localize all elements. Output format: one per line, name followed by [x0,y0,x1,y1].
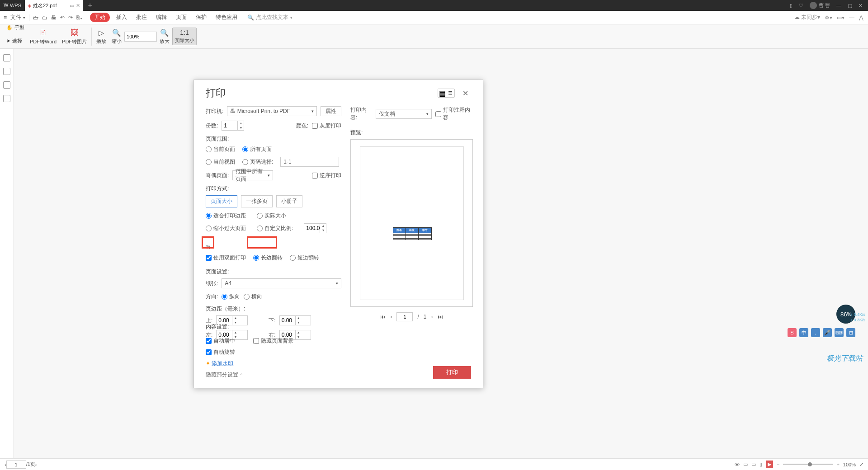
window-maximize-icon[interactable]: ▢ [848,3,852,9]
menu-page[interactable]: 页面 [173,14,189,21]
document-tab[interactable]: ◈ 姓名22.pdf ▭ ✕ [25,0,83,11]
expand-icon[interactable]: ⋀ [859,14,863,21]
menu-features[interactable]: 特色应用 [213,14,240,21]
ime-toolbar[interactable]: S 中 ， 🎤 ⌨ ⊞ [788,328,855,337]
print-content-select[interactable]: 仅文档▾ [376,109,432,119]
redo-icon[interactable]: ↷ [68,14,73,21]
hide-settings-link[interactable]: 隐藏部分设置 ⌃ [206,371,293,379]
radio-page-select[interactable]: 页码选择: [242,157,273,167]
hide-background-checkbox[interactable]: 隐藏页面背景 [253,337,293,345]
user-avatar-icon[interactable]: 曹 曹 [810,2,830,9]
auto-center-checkbox[interactable]: 自动居中 [206,337,235,345]
menu-annotate[interactable]: 批注 [133,14,150,21]
radio-custom-ratio[interactable]: 自定义比例: [257,223,293,233]
zoom-in-status-icon[interactable]: + [836,462,839,467]
print-icon[interactable]: 🖶 [51,14,57,21]
gear-icon[interactable]: ⚙▾ [825,14,832,21]
ime-mic-icon[interactable]: 🎤 [823,328,832,337]
radio-actual-size[interactable]: 实际大小 [257,212,286,220]
skin-icon[interactable]: ▭▾ [837,14,844,21]
attachment-panel-icon[interactable] [3,81,10,89]
window-minimize-icon[interactable]: — [836,3,841,8]
printer-select[interactable]: 🖶 Microsoft Print to PDF ▾ [227,106,317,116]
undo-icon[interactable]: ↶ [60,14,65,21]
open-icon[interactable]: 🗁 [33,14,38,21]
menu-icon[interactable]: ≡ [4,14,7,21]
tab-dropdown-icon[interactable]: ▭ [70,3,74,9]
radio-landscape[interactable]: 横向 [244,293,262,301]
signature-panel-icon[interactable] [3,95,10,102]
copies-input[interactable]: ▲▼ [222,121,244,131]
zoom-out-button[interactable]: 🔍缩小 [109,28,124,45]
radio-portrait[interactable]: 纵向 [222,293,240,301]
bookmark-panel-icon[interactable] [3,68,10,75]
menu-edit[interactable]: 编辑 [153,14,170,21]
sync-status[interactable]: ☁ 未同步▾ [794,14,820,21]
status-expand-icon[interactable]: ⤢ [859,461,863,467]
print-annotations-checkbox[interactable]: 打印注释内容 [435,106,473,122]
select-tool[interactable]: ➤选择 [6,38,24,44]
radio-long-edge[interactable]: 长边翻转 [253,254,283,262]
nav-first-icon[interactable]: ⏮ [380,314,386,320]
zoom-value-input[interactable] [124,32,157,42]
search-box[interactable]: 🔍 点此查找文本▾ [244,14,296,21]
tab-multi-page[interactable]: 一张多页 [241,195,273,207]
radio-fit-margin[interactable]: 适合打印边距 [206,212,246,220]
play-button[interactable]: ▷播放 [94,28,109,45]
page-select-input[interactable] [280,157,339,167]
radio-current-page[interactable]: 当前页面 [206,146,235,153]
save-icon[interactable]: 🗀 [42,14,47,21]
zoom-slider[interactable] [783,464,833,465]
ratio-input[interactable]: ▲▼ [304,223,326,233]
zoom-in-button[interactable]: 🔍放大 [157,28,172,45]
fullscreen-icon[interactable]: ▶ [766,461,773,468]
radio-all-pages[interactable]: 所有页面 [242,146,272,153]
radio-shrink-large[interactable]: 缩小过大页面 [206,223,246,233]
thumbnail-panel-icon[interactable] [3,54,10,61]
layout3-icon[interactable]: ▯ [760,461,762,467]
oddeven-select[interactable]: 范围中所有页面▾ [232,170,273,180]
layout1-icon[interactable]: ▭ [743,461,748,467]
heart-icon[interactable]: ♡ [799,3,803,9]
export-icon[interactable]: ⎘▾ [76,14,83,21]
ime-punct-button[interactable]: ， [811,328,820,337]
pdf-to-image[interactable]: 🖼PDF转图片 [59,28,90,45]
layout2-icon[interactable]: ▭ [751,461,756,467]
add-watermark-link[interactable]: ✦ 添加水印 [206,360,293,367]
window-close-icon[interactable]: ✕ [859,3,863,9]
dialog-close-button[interactable]: ✕ [459,87,471,99]
menu-insert[interactable]: 插入 [113,14,130,21]
reverse-print-checkbox[interactable]: 逆序打印 [312,172,341,179]
start-tab[interactable]: 开始 [90,13,110,22]
collapse-icon[interactable]: — [849,14,854,21]
actual-size-button[interactable]: 1:1实际大小 [172,28,197,45]
radio-short-edge[interactable]: 短边翻转 [290,254,319,262]
tab-booklet[interactable]: 小册子 [276,195,302,207]
print-button[interactable]: 打印 [433,366,471,379]
hand-tool[interactable]: ✋手型 [6,24,24,31]
paper-select[interactable]: A4▾ [222,278,341,288]
printer-properties-button[interactable]: 属性 [321,106,341,116]
duplex-checkbox[interactable]: 使用双面打印 [206,254,246,262]
preview-page-input[interactable] [396,312,413,321]
nav-prev-icon[interactable]: ‹ [390,314,392,320]
ime-keyboard-icon[interactable]: ⌨ [835,328,844,337]
nav-next-icon[interactable]: › [431,314,433,320]
reading-mode-icon[interactable]: 👁 [735,462,740,467]
new-tab-button[interactable]: + [83,0,98,11]
grayscale-checkbox[interactable]: 灰度打印 [312,122,341,130]
zoom-out-status-icon[interactable]: − [777,462,779,467]
ime-lang-button[interactable]: 中 [799,328,808,337]
status-next-icon[interactable]: › [35,462,37,467]
ime-logo-icon[interactable]: S [788,328,797,337]
wps-home-tab[interactable]: W WPS [0,0,25,11]
tab-page-size[interactable]: 页面大小 [206,195,237,207]
view-detail-icon[interactable]: ▤ [438,89,446,97]
auto-rotate-checkbox[interactable]: 自动旋转 [206,348,293,356]
status-page-input[interactable] [6,461,26,469]
workspace-icon[interactable]: ▯ [790,3,793,9]
file-menu[interactable]: 文件▾ [10,14,25,21]
view-list-icon[interactable]: ≡ [446,89,454,97]
tab-close-icon[interactable]: ✕ [76,3,80,9]
menu-protect[interactable]: 保护 [193,14,209,21]
